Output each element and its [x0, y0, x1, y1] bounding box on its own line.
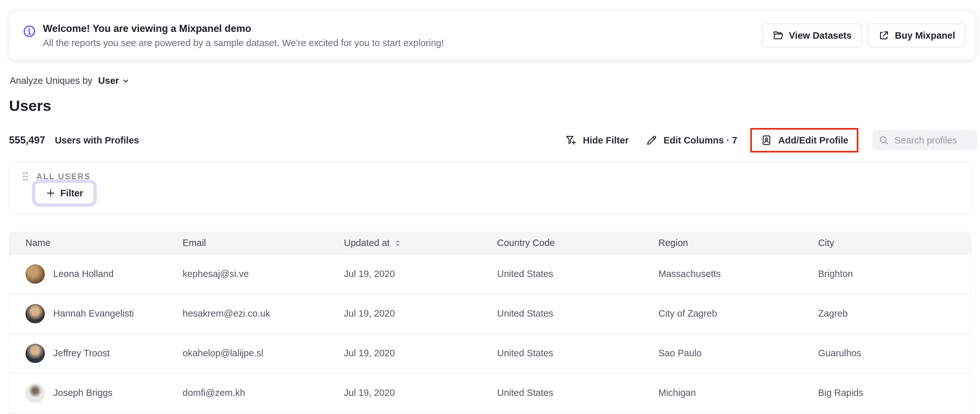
add-filter-label: Filter — [60, 188, 83, 198]
edit-columns-button[interactable]: Edit Columns · 7 — [646, 134, 737, 146]
search-profiles-box — [873, 130, 977, 150]
plus-icon — [46, 188, 56, 198]
updated-cell: Jul 19, 2020 — [344, 348, 497, 358]
filter-panel: ALL USERS Filter — [9, 162, 971, 213]
user-count-label: Users with Profiles — [55, 135, 139, 146]
updated-cell: Jul 19, 2020 — [344, 308, 497, 319]
region-cell: Michigan — [659, 387, 818, 398]
chevron-down-icon — [122, 77, 130, 85]
city-cell: Brighton — [818, 268, 970, 279]
add-edit-profile-label: Add/Edit Profile — [778, 135, 849, 146]
region-cell: Sao Paulo — [659, 348, 818, 358]
search-icon — [878, 135, 889, 146]
updated-cell: Jul 19, 2020 — [344, 387, 497, 398]
search-profiles-input[interactable] — [894, 135, 969, 146]
banner-title: Welcome! You are viewing a Mixpanel demo — [43, 23, 762, 35]
avatar — [25, 304, 45, 324]
country-cell: United States — [497, 348, 659, 358]
country-cell: United States — [497, 268, 659, 279]
email-cell: domfi@zem.kh — [183, 387, 344, 398]
hide-filter-label: Hide Filter — [583, 135, 629, 146]
buy-mixpanel-label: Buy Mixpanel — [895, 30, 955, 41]
table-row[interactable]: Leona Holland kephesaj@si.ve Jul 19, 202… — [10, 254, 970, 294]
welcome-banner: Welcome! You are viewing a Mixpanel demo… — [9, 11, 975, 60]
header-country-code: Country Code — [497, 238, 659, 248]
header-updated-at[interactable]: Updated at — [344, 238, 497, 248]
pencil-icon — [646, 134, 658, 146]
profile-badge-icon — [760, 134, 773, 146]
edit-columns-label: Edit Columns · 7 — [663, 135, 737, 146]
table-header-row: Name Email Updated at Country Code Regio… — [10, 232, 970, 254]
add-filter-button[interactable]: Filter — [35, 182, 94, 204]
analyze-by-dropdown[interactable]: User — [98, 75, 130, 86]
stats-toolbar-row: 555,497 Users with Profiles Hide Filter … — [9, 130, 977, 151]
updated-cell: Jul 19, 2020 — [344, 268, 497, 279]
info-icon — [23, 25, 36, 38]
banner-subtitle: All the reports you see are powered by a… — [43, 38, 762, 48]
city-cell: Big Rapids — [818, 387, 970, 398]
header-city: City — [818, 238, 970, 248]
table-row[interactable]: Joseph Briggs domfi@zem.kh Jul 19, 2020 … — [10, 373, 970, 413]
user-name-cell: Hannah Evangelisti — [25, 304, 183, 324]
buy-mixpanel-button[interactable]: Buy Mixpanel — [868, 24, 966, 48]
folder-icon — [772, 30, 784, 41]
sort-icon — [393, 239, 402, 247]
country-cell: United States — [497, 308, 659, 319]
drag-handle-icon[interactable] — [22, 171, 29, 182]
avatar — [25, 344, 45, 363]
view-datasets-label: View Datasets — [789, 30, 852, 41]
region-cell: Massachusetts — [659, 268, 818, 279]
avatar — [25, 264, 45, 284]
header-region: Region — [659, 238, 818, 248]
region-cell: City of Zagreb — [659, 308, 818, 319]
header-email: Email — [183, 238, 344, 248]
email-cell: kephesaj@si.ve — [183, 268, 344, 279]
table-row[interactable]: Jeffrey Troost okahelop@lalijpe.sl Jul 1… — [10, 334, 970, 373]
hide-filter-button[interactable]: Hide Filter — [565, 134, 629, 146]
user-name-cell: Leona Holland — [25, 264, 183, 284]
country-cell: United States — [497, 387, 659, 398]
red-annotation-rectangle: Add/Edit Profile — [750, 128, 859, 152]
user-name-cell: Jeffrey Troost — [25, 344, 183, 363]
email-cell: okahelop@lalijpe.sl — [183, 348, 344, 358]
header-name: Name — [25, 238, 183, 248]
filter-funnel-icon — [565, 134, 577, 146]
user-count: 555,497 — [9, 135, 45, 146]
external-link-icon — [878, 30, 890, 41]
city-cell: Zagreb — [818, 308, 970, 319]
user-name-cell: Joseph Briggs — [25, 383, 183, 403]
analyze-label: Analyze Uniques by — [10, 75, 92, 86]
table-row[interactable]: Hannah Evangelisti hesakrem@ezi.co.uk Ju… — [10, 294, 970, 334]
analyze-by-value: User — [98, 75, 119, 86]
city-cell: Guarulhos — [818, 348, 970, 358]
email-cell: hesakrem@ezi.co.uk — [183, 308, 344, 319]
avatar — [25, 383, 45, 403]
users-table: Name Email Updated at Country Code Regio… — [9, 232, 971, 413]
view-datasets-button[interactable]: View Datasets — [762, 24, 862, 48]
group-label: ALL USERS — [37, 172, 91, 181]
add-edit-profile-button[interactable]: Add/Edit Profile — [760, 134, 849, 146]
page-title: Users — [9, 97, 51, 114]
analyze-uniques-row: Analyze Uniques by User — [10, 75, 130, 86]
